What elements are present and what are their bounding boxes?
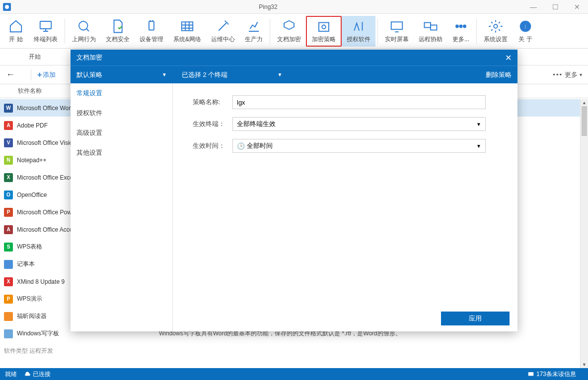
- scroll-down-arrow[interactable]: ▼: [581, 361, 588, 368]
- pencil-ruler-icon: [351, 18, 367, 34]
- tool-device-management[interactable]: 设备管理: [135, 16, 168, 47]
- doc-shield-icon: [110, 18, 126, 34]
- software-icon: A: [4, 121, 13, 130]
- svg-point-13: [494, 24, 498, 28]
- delete-policy-button[interactable]: 删除策略: [486, 70, 512, 79]
- back-button[interactable]: ←: [6, 69, 15, 80]
- software-icon: X: [4, 173, 13, 182]
- screen-icon: [389, 18, 405, 34]
- svg-rect-5: [319, 23, 329, 32]
- software-icon: [4, 260, 13, 269]
- tool-more[interactable]: 更多...: [447, 16, 474, 47]
- separator: [377, 19, 378, 44]
- statusbar: 就绪 已连接 173条未读信息: [0, 368, 588, 380]
- more-menu[interactable]: •••更多▾: [553, 70, 582, 79]
- effective-terminal-select[interactable]: 全部终端生效 ▼: [232, 117, 486, 131]
- svg-point-11: [460, 25, 462, 28]
- chevron-down-icon: ▼: [476, 122, 481, 127]
- svg-point-6: [322, 25, 326, 29]
- firewall-icon: [179, 18, 195, 34]
- tool-about[interactable]: i关 于: [513, 16, 538, 47]
- app-icon: [3, 3, 11, 11]
- vertical-scrollbar[interactable]: ▲ ▼: [580, 99, 588, 368]
- software-icon: [4, 329, 13, 338]
- software-name: Microsoft Office Access: [17, 226, 78, 233]
- svg-point-2: [79, 21, 88, 30]
- info-icon: i: [517, 18, 533, 34]
- close-button[interactable]: ✕: [566, 0, 588, 14]
- cube-shield-icon: [281, 18, 297, 34]
- svg-rect-3: [149, 21, 154, 30]
- software-name: Windows写字板: [17, 329, 59, 338]
- tool-realtime-screen[interactable]: 实时屏幕: [380, 16, 414, 47]
- svg-rect-8: [425, 23, 431, 28]
- gear-icon: [488, 18, 504, 34]
- software-name: Adobe PDF: [17, 122, 48, 129]
- software-name: Notepad++: [17, 157, 46, 164]
- software-name: Microsoft Office Word: [17, 105, 74, 112]
- tool-document-encryption[interactable]: 文档加密: [272, 16, 306, 47]
- monitor-icon: [38, 18, 54, 34]
- status-unread[interactable]: 173条未读信息: [527, 370, 576, 379]
- svg-rect-4: [182, 22, 193, 31]
- dots-icon: •••: [553, 71, 563, 78]
- section-label: 开始: [20, 53, 50, 61]
- scrollbar-thumb[interactable]: [582, 106, 587, 136]
- svg-rect-7: [391, 22, 403, 29]
- svg-point-10: [456, 25, 458, 28]
- dialog-toolbar: 默认策略 ▼ 已选择 2 个终端 ▼ 删除策略: [71, 65, 517, 83]
- tool-document-security[interactable]: 文档安全: [101, 16, 135, 47]
- svg-point-0: [5, 5, 9, 9]
- effective-time-select[interactable]: 🕒 全部时间 ▼: [232, 139, 486, 153]
- dialog-close-button[interactable]: ✕: [505, 53, 512, 63]
- software-name: Microsoft Office Visio: [17, 139, 73, 146]
- mail-icon: [527, 371, 534, 378]
- add-button[interactable]: +添加: [37, 70, 56, 79]
- policy-dropdown[interactable]: 默认策略 ▼: [76, 70, 167, 79]
- minimize-button[interactable]: —: [522, 0, 544, 14]
- home-icon: [8, 18, 24, 34]
- ribbon-toolbar: 开 始 终端列表 上网行为 文档安全 设备管理 系统&网络 运维中心 生产力 文…: [0, 14, 588, 49]
- separator: [31, 69, 31, 80]
- dots-icon: [453, 18, 469, 34]
- maximize-button[interactable]: ☐: [544, 0, 566, 14]
- policy-name-input[interactable]: [232, 95, 486, 109]
- apply-button[interactable]: 应用: [441, 312, 510, 325]
- dialog-sidebar: 常规设置授权软件高级设置其他设置: [71, 83, 173, 331]
- dialog-title: 文档加密: [76, 53, 102, 62]
- svg-point-12: [463, 25, 466, 28]
- separator: [476, 19, 477, 44]
- scroll-up-arrow[interactable]: ▲: [581, 99, 588, 106]
- svg-rect-1: [40, 21, 52, 29]
- svg-rect-9: [431, 25, 437, 30]
- dialog-titlebar: 文档加密 ✕: [71, 50, 517, 65]
- tool-authorized-software[interactable]: 授权软件: [342, 16, 375, 47]
- tool-terminal-list[interactable]: 终端列表: [29, 16, 63, 47]
- tool-system-network[interactable]: 系统&网络: [168, 16, 206, 47]
- titlebar: Ping32 — ☐ ✕: [0, 0, 588, 14]
- chevron-down-icon: ▾: [580, 72, 582, 77]
- sidebar-item[interactable]: 其他设置: [71, 143, 172, 163]
- status-connected: 已连接: [24, 370, 51, 379]
- window-title: Ping32: [14, 3, 522, 10]
- tool-system-settings[interactable]: 系统设置: [479, 16, 513, 47]
- tool-remote-assist[interactable]: 远程协助: [414, 16, 447, 47]
- sidebar-item[interactable]: 高级设置: [71, 123, 172, 143]
- status-ready: 就绪: [5, 370, 17, 379]
- sidebar-item[interactable]: 授权软件: [71, 103, 172, 123]
- software-name: WPS演示: [17, 295, 42, 303]
- tool-internet-behavior[interactable]: 上网行为: [67, 16, 101, 47]
- tool-productivity[interactable]: 生产力: [240, 16, 268, 47]
- clock-icon: 🕒: [237, 142, 245, 150]
- tool-encryption-policy[interactable]: 加密策略: [306, 16, 342, 47]
- usb-icon: [144, 18, 159, 34]
- software-name: WPS表格: [17, 243, 42, 251]
- chart-icon: [246, 18, 262, 34]
- sidebar-item[interactable]: 常规设置: [71, 83, 172, 103]
- effective-time-label: 生效时间：: [193, 141, 232, 150]
- software-icon: X: [4, 277, 13, 286]
- terminal-dropdown[interactable]: 已选择 2 个终端 ▼: [182, 70, 282, 79]
- tool-home[interactable]: 开 始: [3, 16, 29, 47]
- tool-ops-center[interactable]: 运维中心: [206, 16, 240, 47]
- chevron-down-icon: ▼: [277, 72, 282, 77]
